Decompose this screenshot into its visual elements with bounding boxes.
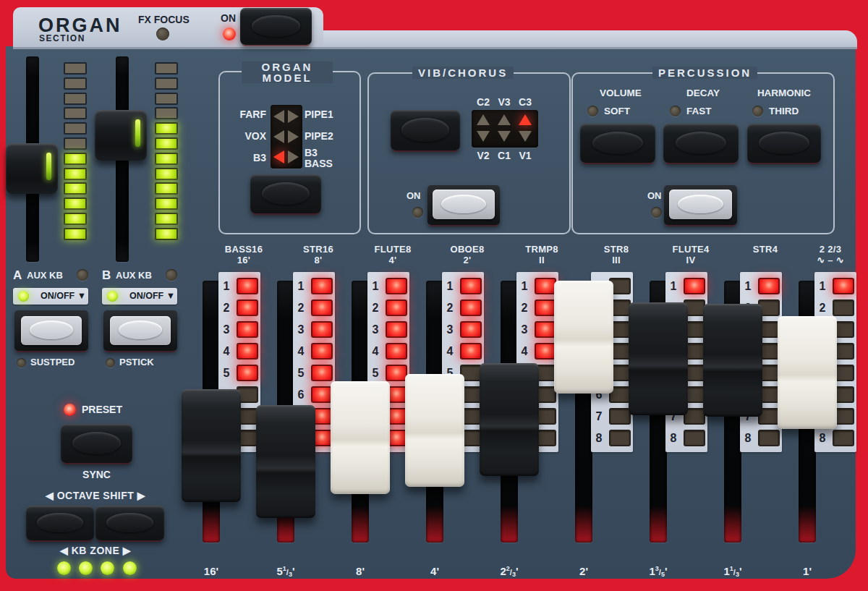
drawbar-footage-label: 16' <box>175 565 247 579</box>
vib-v1-triangle-icon <box>519 131 532 142</box>
drawbar-step-number: 2 <box>293 299 309 316</box>
octave-shift-up-button[interactable] <box>95 506 164 540</box>
drawbar-step-number: 8 <box>740 430 756 446</box>
drawbar-handle-1[interactable] <box>182 389 241 502</box>
drawbar-handle-7[interactable] <box>629 302 688 415</box>
drawbar-led-segment-lit <box>386 299 407 316</box>
drawbar-led-row: 1 <box>740 278 782 294</box>
drawbar-led-segment <box>833 299 854 316</box>
drawbar-led-row: 4 <box>442 343 484 360</box>
preset-sync-button[interactable] <box>61 424 132 463</box>
organ-on-led-icon <box>223 27 236 41</box>
meter-b-segment <box>155 182 178 195</box>
vib-v3-triangle-icon <box>498 114 511 125</box>
drawbar-led-row: 5 <box>218 365 260 381</box>
vib-chorus-select-button[interactable] <box>391 110 460 150</box>
drawbar-step-number: 3 <box>367 321 383 338</box>
percussion-fast-label: FAST <box>686 106 712 116</box>
vib-c3-triangle-icon-lit <box>519 114 532 125</box>
drawbar-led-segment <box>758 430 780 446</box>
organ-model-b3-label: B3 <box>217 152 266 163</box>
drawbar-footage-label: 11/3' <box>697 565 769 579</box>
meter-b-segment <box>155 197 178 210</box>
meter-b-segment <box>155 77 178 90</box>
drawbar-led-segment-lit <box>386 321 407 338</box>
drawbar-footage-label: 51/3' <box>250 565 322 579</box>
vib-on-button[interactable] <box>433 190 495 219</box>
vib-v1-label: V1 <box>512 150 538 161</box>
master-fader-a-knob[interactable] <box>6 143 58 194</box>
aux-b-button[interactable] <box>110 316 171 345</box>
drawbar-handle-9[interactable] <box>778 316 837 429</box>
octave-shift-label: ◀ OCTAVE SHIFT ▶ <box>23 490 168 501</box>
organ-model-title: ORGANMODEL <box>242 61 333 83</box>
drawbar-handle-6[interactable] <box>554 281 613 394</box>
organ-model-b3-triangle-icon-lit <box>273 150 284 163</box>
drawbar-led-segment-lit <box>460 321 482 338</box>
drawbar-led-segment-lit <box>758 278 780 294</box>
drawbar-led-row: 1 <box>814 278 856 294</box>
drawbar-led-segment-lit <box>311 386 333 403</box>
organ-model-farf-label: FARF <box>217 109 266 120</box>
drawbar-step-number: 5 <box>367 365 383 381</box>
fx-focus-led-icon <box>156 27 169 41</box>
percussion-volume-label: VOLUME <box>584 88 657 98</box>
percussion-on-button[interactable] <box>669 190 732 219</box>
octave-shift-down-button[interactable] <box>26 506 94 540</box>
percussion-decay-button[interactable] <box>663 124 739 163</box>
drawbar-led-row: 3 <box>218 321 260 338</box>
vib-chorus-title: VIB/CHORUS <box>412 67 514 79</box>
drawbar-led-segment-lit <box>237 278 258 294</box>
meter-b-segment <box>155 93 178 105</box>
aux-a-prefix: A <box>13 268 22 283</box>
organ-on-button[interactable] <box>240 8 312 45</box>
drawbar-led-row: 3 <box>442 321 484 338</box>
vib-on-led-icon <box>412 207 423 218</box>
percussion-harmonic-button[interactable] <box>747 124 821 163</box>
percussion-volume-button[interactable] <box>580 124 655 163</box>
drawbar-led-segment-lit <box>386 278 407 294</box>
aux-b-onoff-label: ON/OFF ▼ <box>129 291 175 301</box>
percussion-title: PERCUSSION <box>652 67 757 79</box>
master-fader-b-knob[interactable] <box>95 110 147 161</box>
drawbar-led-row: 3 <box>293 321 335 338</box>
vib-on-label: ON <box>407 190 421 201</box>
drawbar-led-row: 8 <box>591 430 633 446</box>
drawbar-footage-label: 2' <box>548 565 620 579</box>
aux-a-button[interactable] <box>21 316 82 345</box>
organ-model-select-button[interactable] <box>250 174 321 213</box>
drawbar-step-number: 1 <box>814 278 830 294</box>
drawbar-name-label: FLUTE4IV <box>647 244 734 267</box>
organ-model-pipe1-triangle-icon <box>288 110 299 123</box>
aux-a-label: AUX KB <box>27 270 63 281</box>
meter-a-segment <box>64 182 87 195</box>
drawbar-led-row: 5 <box>293 365 335 381</box>
drawbar-step-number: 4 <box>293 343 309 360</box>
meter-b-segment <box>155 137 178 150</box>
vib-chorus-led-block <box>472 110 538 148</box>
drawbar-led-segment-lit <box>311 321 333 338</box>
vib-c3-label: C3 <box>512 96 538 108</box>
organ-model-b3bass-triangle-icon <box>288 150 299 163</box>
drawbar-led-segment-lit <box>237 321 258 338</box>
drawbar-handle-3[interactable] <box>331 381 390 494</box>
drawbar-step-number: 1 <box>442 278 458 294</box>
percussion-fast-led-icon <box>670 106 681 116</box>
drawbar-handle-8[interactable] <box>703 304 762 417</box>
drawbar-handle-4[interactable] <box>405 374 464 487</box>
meter-b-segment <box>155 62 178 75</box>
drawbar-handle-2[interactable] <box>256 405 315 518</box>
aux-a-led-icon <box>77 269 88 281</box>
drawbar-step-number: 6 <box>293 386 309 403</box>
drawbar-led-segment-lit <box>684 278 705 294</box>
aux-b-button-frame <box>103 310 177 351</box>
meter-b-segment <box>155 122 178 135</box>
drawbar-led-segment-lit <box>237 365 258 381</box>
drawbar-step-number: 1 <box>218 278 234 294</box>
meter-b-segment <box>155 168 178 180</box>
percussion-on-label: ON <box>647 190 662 201</box>
drawbar-step-number: 3 <box>218 321 234 338</box>
drawbar-led-row: 2 <box>516 299 558 316</box>
drawbar-handle-5[interactable] <box>480 363 539 476</box>
fader-b-led-icon <box>135 119 140 147</box>
